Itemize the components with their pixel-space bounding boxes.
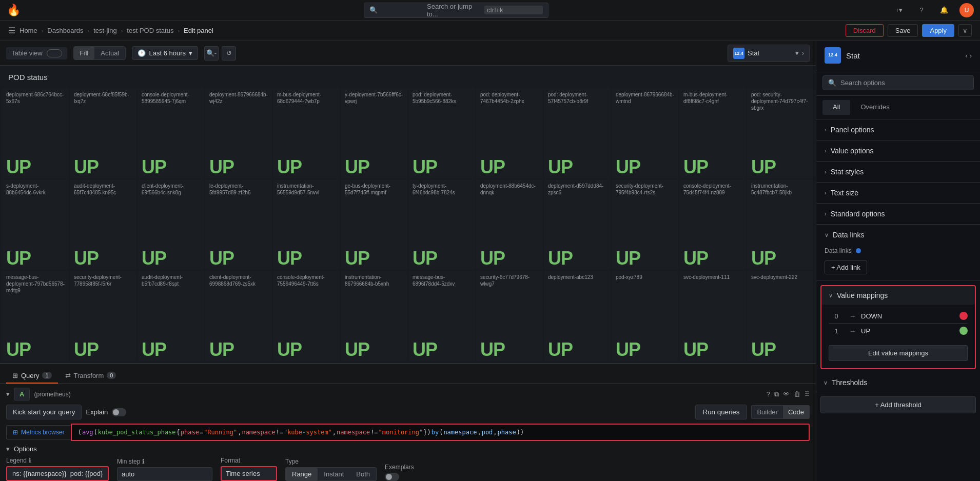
refresh-btn[interactable]: ↺ xyxy=(222,46,236,61)
add-threshold-btn[interactable]: + Add threshold xyxy=(820,396,976,413)
plus-menu-btn[interactable]: + ▾ xyxy=(892,3,906,17)
hamburger-menu-icon[interactable]: ☰ xyxy=(8,26,15,35)
help-btn[interactable]: ? xyxy=(914,3,929,17)
thresholds-label: Thresholds xyxy=(832,378,867,387)
standard-options-chevron-icon: › xyxy=(825,211,827,217)
add-link-btn[interactable]: + Add link xyxy=(825,260,867,274)
save-button[interactable]: Save xyxy=(888,24,918,37)
value-options-section: › Value options xyxy=(816,141,980,162)
run-queries-btn[interactable]: Run queries xyxy=(695,405,748,419)
exemplars-switch[interactable] xyxy=(385,473,399,481)
actual-btn[interactable]: Actual xyxy=(94,47,125,59)
query-duplicate-icon[interactable]: ⧉ xyxy=(774,390,779,398)
standard-options-header[interactable]: › Standard options xyxy=(816,204,980,224)
stat-cell-value: UP xyxy=(277,340,336,359)
type-instant-btn[interactable]: Instant xyxy=(318,468,350,480)
time-range-picker[interactable]: 🕐 Last 6 hours ▾ xyxy=(132,46,198,60)
query-icon: ⊞ xyxy=(12,372,18,379)
panel-viz-next-icon[interactable]: › xyxy=(970,52,972,59)
explain-label: Explain xyxy=(86,408,108,416)
stat-cell: deployment-abc123 UP xyxy=(544,271,611,361)
user-avatar[interactable]: U xyxy=(959,3,974,17)
vm-color-1 xyxy=(959,327,968,335)
apply-button[interactable]: Apply xyxy=(922,24,954,37)
query-datasource: (prometheus) xyxy=(34,391,70,398)
stat-cell-title: m-bus-deployment-df8ff98c7-c4gnf xyxy=(683,91,742,105)
stat-cell-value: UP xyxy=(413,249,471,268)
global-search[interactable]: 🔍 Search or jump to... ctrl+k xyxy=(364,3,548,18)
table-view-switch[interactable] xyxy=(47,49,62,57)
query-hide-icon[interactable]: 👁 xyxy=(783,390,790,398)
panel-options-label: Panel options xyxy=(831,126,874,134)
panel-viz-info: Stat xyxy=(846,51,960,60)
breadcrumb-sep-4: › xyxy=(178,28,180,34)
main-layout: Table view Fill Actual 🕐 Last 6 hours ▾ … xyxy=(0,41,980,481)
zoom-btns: 🔍- ↺ xyxy=(204,46,236,61)
alerts-btn[interactable]: 🔔 xyxy=(937,3,951,17)
query-expression-display[interactable]: (avg(kube_pod_status_phase{phase="Runnin… xyxy=(71,424,810,441)
stat-styles-header[interactable]: › Stat styles xyxy=(816,162,980,182)
format-select[interactable]: Time series Table Heatmap xyxy=(221,466,277,481)
type-range-btn[interactable]: Range xyxy=(286,468,318,480)
breadcrumb-sep-1: › xyxy=(42,28,44,34)
value-mappings-header[interactable]: ∨ Value mappings xyxy=(821,286,975,305)
exemplars-toggle xyxy=(385,473,414,481)
stat-cell-title: pod: security-deployment-74d797c4f7-sbgr… xyxy=(751,91,810,111)
panel-options-header[interactable]: › Panel options xyxy=(816,119,980,140)
tab-query[interactable]: ⊞ Query 1 xyxy=(6,369,58,384)
min-step-input[interactable] xyxy=(117,467,212,481)
stat-cell: ty-deployment-6f46bdc98b-7824s UP xyxy=(408,179,475,270)
legend-help-icon: ℹ xyxy=(29,457,31,464)
explain-switch[interactable] xyxy=(112,408,126,416)
stat-cell: le-deployment-5fd9957d89-zf2h6 UP xyxy=(205,179,272,270)
kickstart-btn[interactable]: Kick start your query xyxy=(6,405,82,419)
data-links-dot xyxy=(856,248,861,253)
panel-viz-prev-icon[interactable]: ‹ xyxy=(965,52,967,59)
tab-overrides[interactable]: Overrides xyxy=(850,100,899,115)
query-body: ▾ A (prometheus) ? ⧉ 👁 🗑 ⠿ Kick start yo… xyxy=(0,384,816,481)
nav-right: + ▾ ? 🔔 U xyxy=(892,3,974,17)
query-badge: 1 xyxy=(42,372,51,379)
stat-cell-title: deployment-88b6454dc-dnnqk xyxy=(480,183,539,196)
builder-btn[interactable]: Builder xyxy=(752,406,782,418)
legend-input[interactable] xyxy=(6,466,109,481)
breadcrumb-test-pod-status[interactable]: test POD status xyxy=(127,27,173,34)
fill-btn[interactable]: Fill xyxy=(74,47,95,59)
standard-options-label: Standard options xyxy=(831,210,885,218)
options-collapse-icon[interactable]: ▾ xyxy=(6,445,10,453)
code-btn[interactable]: Code xyxy=(783,406,809,418)
breadcrumb-test-jing[interactable]: test-jing xyxy=(93,27,117,34)
top-nav: 🔥 🔍 Search or jump to... ctrl+k + ▾ ? 🔔 … xyxy=(0,0,980,21)
text-size-header[interactable]: › Text size xyxy=(816,183,980,203)
tab-transform[interactable]: ⇄ Transform 0 xyxy=(59,369,123,384)
type-both-btn[interactable]: Both xyxy=(350,468,376,480)
query-help-icon[interactable]: ? xyxy=(767,390,770,398)
zoom-out-btn[interactable]: 🔍- xyxy=(204,46,219,61)
value-options-header[interactable]: › Value options xyxy=(816,141,980,161)
metrics-browser-btn[interactable]: ⊞ Metrics browser xyxy=(6,425,71,439)
min-step-label: Min step xyxy=(117,458,140,465)
discard-button[interactable]: Discard xyxy=(846,24,884,37)
nav-search: 🔍 Search or jump to... ctrl+k xyxy=(27,3,886,18)
value-mappings-chevron-icon: ∨ xyxy=(829,292,833,299)
type-label-row: Type xyxy=(285,458,377,465)
query-drag-icon[interactable]: ⠿ xyxy=(805,390,810,398)
query-collapse-chevron[interactable]: ▾ xyxy=(6,390,10,398)
thresholds-header[interactable]: ∨ Thresholds xyxy=(816,373,980,392)
data-links-header-row[interactable]: ∨ Data links xyxy=(816,225,980,245)
viz-selector-expand-icon: › xyxy=(802,49,804,57)
stat-cell-value: UP xyxy=(616,249,674,268)
breadcrumb-dashboards[interactable]: Dashboards xyxy=(47,27,83,34)
tab-all[interactable]: All xyxy=(822,100,850,115)
grafana-logo[interactable]: 🔥 xyxy=(6,3,21,17)
vm-row-1: 1 → UP xyxy=(829,324,968,338)
builder-code-group: Builder Code xyxy=(751,405,810,419)
viz-type-selector[interactable]: 12.4 Stat ▾ › xyxy=(728,45,810,62)
stat-cell-title: audit-deployment-b5fb7cd89-r8spt xyxy=(142,274,200,287)
stat-cell-value: UP xyxy=(480,340,539,359)
search-options-input[interactable]: 🔍 Search options xyxy=(822,75,974,90)
query-delete-icon[interactable]: 🗑 xyxy=(794,390,800,398)
breadcrumb-home[interactable]: Home xyxy=(19,27,37,34)
apply-chevron-btn[interactable]: ∨ xyxy=(958,24,972,37)
edit-value-mappings-btn[interactable]: Edit value mappings xyxy=(829,345,968,361)
